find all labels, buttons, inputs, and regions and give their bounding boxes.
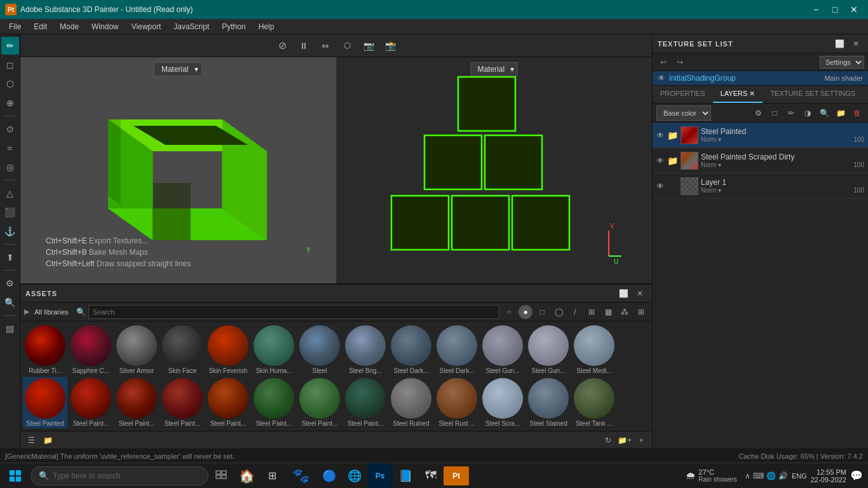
filter-active-button[interactable]: ● — [519, 305, 532, 319]
blend-mode[interactable]: Norm ▾ — [701, 161, 721, 168]
menu-file[interactable]: File — [3, 21, 27, 32]
asset-item[interactable]: Steel Medi... — [572, 324, 616, 376]
notification-button[interactable]: 💬 — [850, 470, 863, 482]
texture-close-button[interactable]: ✕ — [849, 37, 863, 51]
tab-layers[interactable]: LAYERS ✕ — [713, 86, 763, 103]
menu-python[interactable]: Python — [215, 21, 252, 32]
taskbar-pt-button[interactable]: Pt — [444, 466, 469, 485]
fill-tool[interactable]: ⬡ — [1, 75, 19, 93]
clone-tool[interactable]: ⊙ — [1, 120, 19, 138]
layer-row[interactable]: 👁 Layer 1 Norm ▾ 100 — [653, 173, 868, 199]
eye-icon[interactable]: 👁 — [658, 74, 665, 83]
layer-tool-delete[interactable]: 🗑 — [850, 106, 864, 120]
base-color-dropdown[interactable]: Base color — [656, 105, 711, 121]
asset-item[interactable]: Steel Paint... — [160, 377, 205, 428]
ts-undo-button[interactable]: ↩ — [656, 55, 670, 69]
layer-tool-4[interactable]: ◑ — [801, 106, 815, 120]
assets-add-button[interactable]: + — [634, 433, 648, 447]
assets-new-folder-button[interactable]: 📁+ — [618, 433, 632, 447]
menu-window[interactable]: Window — [85, 21, 125, 32]
camera-button[interactable]: 📷 — [360, 37, 377, 55]
assets-search-input[interactable] — [88, 305, 499, 319]
menu-javascript[interactable]: JavaScript — [167, 21, 215, 32]
asset-item[interactable]: Steel Paint... — [252, 377, 296, 428]
asset-item[interactable]: Skin Feverish — [206, 324, 250, 376]
mask-tool[interactable]: ⬛ — [1, 203, 19, 221]
layer-row[interactable]: 👁 📁 Steel Painted Norm ▾ 100 — [653, 123, 868, 148]
smear-tool[interactable]: ≈ — [1, 139, 19, 157]
assets-refresh-button[interactable]: ↻ — [601, 433, 615, 447]
asset-item[interactable]: Silver Armor — [114, 324, 159, 376]
filter-particle-button[interactable]: ⁂ — [618, 305, 632, 319]
filter-square-button[interactable]: □ — [535, 305, 549, 319]
filter-circle-button[interactable]: ◯ — [552, 305, 566, 319]
asset-item[interactable]: Steel Painted — [23, 377, 67, 428]
layer-visibility-icon[interactable]: 👁 — [656, 182, 664, 191]
filter-texture-button[interactable]: ⊞ — [585, 305, 599, 319]
asset-item[interactable]: Steel Gun... — [526, 324, 571, 376]
layer-folder-icon[interactable]: 📁 — [667, 130, 678, 141]
asset-item[interactable]: Sapphire C... — [69, 324, 113, 376]
tab-properties[interactable]: PROPERTIES — [653, 86, 713, 103]
blend-mode[interactable]: Norm ▾ — [701, 136, 721, 143]
asset-item[interactable]: Steel Gun... — [480, 324, 525, 376]
keyboard-icon[interactable]: ⌨ — [753, 471, 764, 480]
ts-settings-dropdown[interactable]: Settings — [820, 56, 864, 69]
asset-item[interactable]: Steel Ruined — [389, 377, 433, 428]
shelf-tool[interactable]: ▤ — [1, 320, 19, 337]
tab-texture-set-settings[interactable]: TEXTURE SET SETTINGS — [763, 86, 863, 103]
layer-visibility-icon[interactable]: 👁 — [656, 156, 664, 165]
layer-row[interactable]: 👁 📁 Steel Painted Scraped Dirty Norm ▾ 1… — [653, 148, 868, 173]
maximize-button[interactable]: □ — [826, 3, 844, 17]
menu-mode[interactable]: Mode — [53, 21, 85, 32]
blur-tool[interactable]: ◎ — [1, 158, 19, 176]
assets-close-button[interactable]: ✕ — [633, 287, 647, 301]
close-button[interactable]: ✕ — [845, 3, 863, 17]
eraser-tool[interactable]: ◻ — [1, 56, 19, 74]
taskbar-apps-button[interactable]: ⊞ — [259, 463, 285, 489]
render-button[interactable]: 📸 — [381, 37, 399, 55]
layer-tool-2[interactable]: □ — [768, 106, 782, 120]
viewport-uv[interactable]: Material — [337, 57, 653, 283]
asset-item[interactable]: Steel Tank ... — [572, 377, 616, 428]
asset-item[interactable]: Steel Dark... — [389, 324, 433, 376]
blend-mode[interactable]: Norm ▾ — [701, 187, 721, 194]
asset-item[interactable]: Steel Brig... — [343, 324, 388, 376]
layer-tool-5[interactable]: 🔍 — [817, 106, 831, 120]
settings-tool[interactable]: ⚙ — [1, 274, 19, 292]
asset-item[interactable]: Steel Stained — [526, 377, 571, 428]
asset-item[interactable]: Steel Dark... — [435, 324, 479, 376]
mirror-button[interactable]: ⇔ — [316, 37, 334, 55]
asset-item[interactable]: Skin Face — [160, 324, 205, 376]
ts-redo-button[interactable]: ↪ — [673, 55, 687, 69]
asset-item[interactable]: Steel Paint... — [69, 377, 113, 428]
asset-item[interactable]: Steel — [297, 324, 342, 376]
asset-item[interactable]: Rubber Ti... — [23, 324, 67, 376]
taskbar-app3-button[interactable]: 🗺 — [418, 463, 444, 489]
asset-item[interactable]: Skin Huma... — [252, 324, 296, 376]
weather-widget[interactable]: 🌧 27°C Rain showers — [682, 468, 741, 483]
taskbar-ps-button[interactable]: Ps — [367, 463, 393, 489]
pause-button[interactable]: ⏸ — [295, 37, 313, 55]
texture-expand-button[interactable]: ⬜ — [832, 37, 846, 51]
filter-brush-button[interactable]: / — [568, 305, 582, 319]
tray-up-icon[interactable]: ∧ — [745, 471, 750, 480]
assets-list-view-button[interactable]: ☰ — [24, 433, 38, 447]
viewport-right-dropdown[interactable]: Material — [470, 62, 518, 76]
assets-library-name[interactable]: All libraries — [34, 308, 69, 316]
export-tool[interactable]: ⬆ — [1, 248, 19, 266]
asset-item[interactable]: Steel Paint... — [114, 377, 159, 428]
paint-tool[interactable]: ✏ — [1, 37, 19, 55]
asset-item[interactable]: Steel Rust ... — [435, 377, 479, 428]
asset-item[interactable]: Steel Scra... — [480, 377, 525, 428]
menu-viewport[interactable]: Viewport — [125, 21, 167, 32]
clock[interactable]: 12:55 PM 22-09-2022 — [811, 468, 846, 484]
menu-help[interactable]: Help — [252, 21, 281, 32]
layer-tool-1[interactable]: ⚙ — [751, 106, 765, 120]
picker-tool[interactable]: ⊕ — [1, 94, 19, 112]
start-button[interactable] — [0, 463, 31, 489]
shader-name[interactable]: initialShadingGroup — [669, 74, 736, 83]
layer-visibility-icon[interactable]: 👁 — [656, 131, 664, 140]
geometry-tool[interactable]: △ — [1, 184, 19, 202]
assets-folder-view-button[interactable]: 📁 — [41, 433, 55, 447]
